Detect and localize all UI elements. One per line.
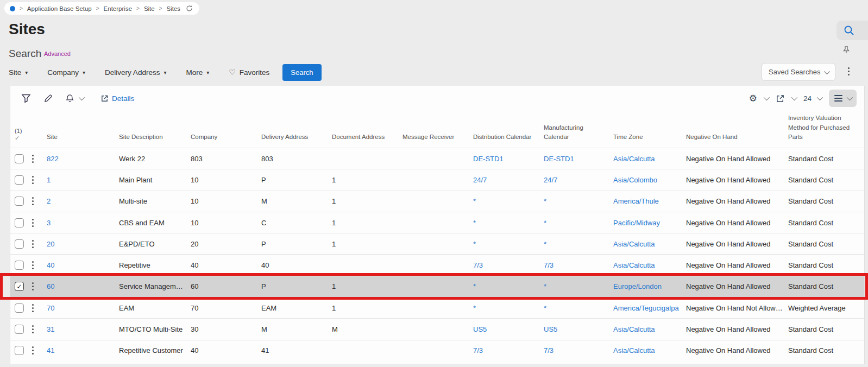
details-link[interactable]: Details	[100, 94, 134, 103]
cell-site[interactable]: 40	[47, 261, 119, 269]
row-checkbox[interactable]	[15, 154, 24, 163]
export-menu[interactable]	[776, 94, 796, 103]
chevron-down-icon[interactable]	[79, 94, 85, 100]
column-header-document-address[interactable]: Document Address	[332, 132, 402, 142]
table-row[interactable]: 1 Main Plant 10 P 1 24/7 24/7 Asia/Colom…	[10, 169, 864, 190]
table-row[interactable]: 70 EAM 70 EAM 1 * * America/Tegucigalpa …	[10, 297, 864, 318]
column-header-message-receiver[interactable]: Message Receiver	[402, 132, 473, 142]
settings-menu[interactable]: ⚙	[749, 94, 768, 103]
cell-manufacturing-calendar[interactable]: *	[544, 197, 613, 205]
column-header-distribution-calendar[interactable]: Distribution Calendar	[473, 132, 544, 142]
row-checkbox[interactable]	[15, 175, 24, 185]
row-kebab-menu-icon[interactable]	[32, 197, 34, 205]
table-row[interactable]: 2 Multi-site 10 M 1 * * America/Thule Ne…	[10, 191, 864, 212]
column-header-site-description[interactable]: Site Description	[119, 132, 191, 142]
row-kebab-menu-icon[interactable]	[32, 346, 34, 355]
table-row[interactable]: 3 CBS and EAM 10 C 1 * * Pacific/Midway …	[10, 212, 864, 233]
advanced-search-link[interactable]: Advanced	[44, 50, 71, 57]
cell-time-zone[interactable]: Asia/Colombo	[613, 176, 686, 184]
filter-dropdown-delivery-address[interactable]: Delivery Address ▾	[105, 68, 166, 77]
pin-icon[interactable]	[842, 46, 852, 55]
cell-site[interactable]: 20	[47, 240, 119, 248]
cell-site[interactable]: 41	[47, 346, 119, 355]
row-kebab-menu-icon[interactable]	[32, 155, 34, 163]
table-row[interactable]: 31 MTO/CTO Multi-Site 30 M M US5 US5 Asi…	[10, 318, 864, 339]
saved-searches-menu-icon[interactable]	[848, 67, 850, 75]
cell-distribution-calendar[interactable]: *	[473, 240, 544, 248]
column-header-company[interactable]: Company	[191, 132, 261, 142]
table-row[interactable]: 822 Werk 22 803 803 DE-STD1 DE-STD1 Asia…	[10, 148, 864, 169]
cell-manufacturing-calendar[interactable]: *	[544, 240, 613, 248]
filter-dropdown-site[interactable]: Site ▾	[9, 68, 28, 77]
row-kebab-menu-icon[interactable]	[32, 176, 34, 184]
cell-time-zone[interactable]: Asia/Calcutta	[613, 346, 686, 355]
cell-time-zone[interactable]: Asia/Calcutta	[613, 155, 686, 163]
saved-searches-dropdown[interactable]: Saved Searches	[762, 63, 835, 81]
column-header-inventory-valuation[interactable]: Inventory Valuation Method for Purchased…	[788, 113, 864, 142]
cell-manufacturing-calendar[interactable]: *	[544, 304, 613, 312]
column-header-delivery-address[interactable]: Delivery Address	[261, 132, 332, 142]
row-checkbox[interactable]	[15, 239, 24, 249]
column-header-manufacturing-calendar[interactable]: Manufacturing Calendar	[544, 123, 613, 142]
row-kebab-menu-icon[interactable]	[32, 261, 34, 269]
breadcrumb-item-sites[interactable]: Sites	[167, 5, 181, 12]
row-checkbox[interactable]	[15, 346, 24, 355]
refresh-icon[interactable]	[186, 5, 193, 12]
row-checkbox[interactable]	[15, 303, 24, 313]
cell-manufacturing-calendar[interactable]: US5	[544, 325, 613, 333]
filter-dropdown-more[interactable]: More ▾	[186, 68, 209, 77]
row-checkbox[interactable]	[15, 282, 24, 291]
row-checkbox[interactable]	[15, 325, 24, 334]
cell-manufacturing-calendar[interactable]: 7/3	[544, 346, 613, 355]
table-row[interactable]: 60 Service Management 60 P 1 * * Europe/…	[10, 276, 864, 297]
table-row[interactable]: 20 E&PD/ETO 20 P 1 * * Asia/Calcutta Neg…	[10, 233, 864, 254]
cell-time-zone[interactable]: Pacific/Midway	[613, 219, 686, 227]
cell-manufacturing-calendar[interactable]: DE-STD1	[544, 155, 613, 163]
row-kebab-menu-icon[interactable]	[32, 282, 34, 290]
edit-pencil-icon[interactable]	[40, 90, 56, 106]
column-header-negative-on-hand[interactable]: Negative On Hand	[686, 132, 788, 142]
cell-site[interactable]: 31	[47, 325, 119, 333]
cell-time-zone[interactable]: Europe/London	[613, 282, 686, 290]
cell-manufacturing-calendar[interactable]: *	[544, 219, 613, 227]
cell-time-zone[interactable]: Asia/Calcutta	[613, 261, 686, 269]
cell-distribution-calendar[interactable]: *	[473, 197, 544, 205]
global-search-button[interactable]	[836, 21, 868, 40]
row-checkbox[interactable]	[15, 197, 24, 206]
cell-time-zone[interactable]: Asia/Calcutta	[613, 240, 686, 248]
cell-site[interactable]: 3	[47, 219, 119, 227]
row-kebab-menu-icon[interactable]	[32, 304, 34, 312]
cell-distribution-calendar[interactable]: *	[473, 282, 544, 290]
row-kebab-menu-icon[interactable]	[32, 240, 34, 248]
column-header-site[interactable]: Site	[47, 132, 119, 142]
cell-distribution-calendar[interactable]: 24/7	[473, 176, 544, 184]
breadcrumb-item-site[interactable]: Site	[144, 5, 155, 12]
cell-manufacturing-calendar[interactable]: 24/7	[544, 176, 613, 184]
favorites-toggle[interactable]: ♡ Favorites	[229, 68, 269, 77]
cell-distribution-calendar[interactable]: *	[473, 219, 544, 227]
view-mode-selector[interactable]	[829, 90, 857, 107]
row-checkbox[interactable]	[15, 218, 24, 227]
cell-site[interactable]: 70	[47, 304, 119, 312]
row-kebab-menu-icon[interactable]	[32, 219, 34, 227]
cell-distribution-calendar[interactable]: *	[473, 304, 544, 312]
cell-site[interactable]: 60	[47, 282, 119, 290]
page-size-selector[interactable]: 24	[803, 94, 821, 103]
cell-distribution-calendar[interactable]: DE-STD1	[473, 155, 544, 163]
cell-manufacturing-calendar[interactable]: 7/3	[544, 261, 613, 269]
column-header-time-zone[interactable]: Time Zone	[613, 132, 686, 142]
cell-site[interactable]: 822	[47, 155, 119, 163]
cell-time-zone[interactable]: America/Tegucigalpa	[613, 304, 686, 312]
filter-dropdown-company[interactable]: Company ▾	[47, 68, 85, 77]
cell-time-zone[interactable]: America/Thule	[613, 197, 686, 205]
home-dot-icon[interactable]	[10, 6, 15, 11]
cell-distribution-calendar[interactable]: 7/3	[473, 346, 544, 355]
cell-time-zone[interactable]: Asia/Calcutta	[613, 325, 686, 333]
table-row[interactable]: 41 Repetitive Customer 40 41 7/3 7/3 Asi…	[10, 340, 864, 361]
search-button[interactable]: Search	[282, 64, 321, 81]
cell-site[interactable]: 2	[47, 197, 119, 205]
filter-icon[interactable]	[18, 90, 34, 106]
table-row[interactable]: 40 Repetitive 40 40 7/3 7/3 Asia/Calcutt…	[10, 254, 864, 275]
breadcrumb-item-enterprise[interactable]: Enterprise	[104, 5, 132, 12]
cell-distribution-calendar[interactable]: 7/3	[473, 261, 544, 269]
